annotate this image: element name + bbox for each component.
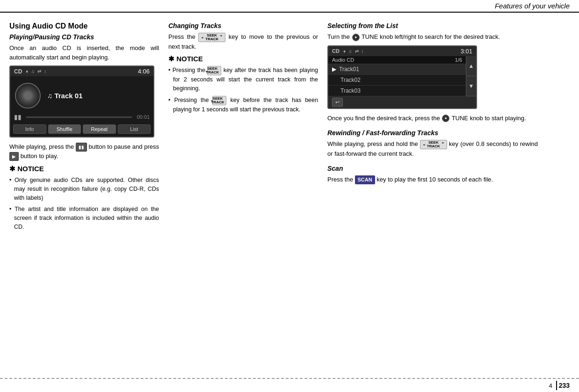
footer-divider (556, 381, 557, 390)
cd-back-button[interactable]: ↩ (332, 98, 343, 107)
left-notice-item-2: The artist and title information are dis… (9, 205, 159, 231)
left-para1: Once an audio CD is inserted, the mode w… (9, 44, 159, 62)
footer-page: 233 (559, 382, 570, 389)
cd-label: CD (14, 68, 22, 75)
track2-label: Track02 (340, 77, 361, 83)
seek-track-btn-2[interactable]: ⌄ SEEK TRACK (207, 66, 221, 75)
cd-antenna2-icon: ↕ (362, 49, 364, 54)
para2-text-c: button to play. (21, 152, 58, 160)
seek-track-btn-3[interactable]: ⌄ SEEK TRACK (212, 96, 226, 105)
cd-screen-header: CD ♦ ♫ ⇄ ↕ 3:01 (328, 46, 476, 56)
cd-icons: ♦ ♫ ⇄ ↕ (26, 69, 46, 74)
changing-tracks-para: Press the ⌄ SEEK TRACK ⌃ key to move to … (168, 32, 318, 51)
cd-scroll-buttons: ▲ ▼ (466, 56, 476, 96)
sub-section-title: Playing/Pausing CD Tracks (9, 33, 159, 41)
para2-text-a: While playing, press the (9, 143, 74, 150)
main-section-title: Using Audio CD Mode (9, 22, 159, 30)
mid-notice-list: Pressing the ⌄ SEEK TRACK key after the … (168, 66, 318, 114)
cd-list-btn[interactable]: List (118, 124, 151, 134)
left-notice-title: NOTICE (17, 165, 44, 173)
cd-bt-icon: ♦ (343, 49, 346, 54)
left-notice-header: ✱ NOTICE (9, 165, 159, 173)
main-content: Using Audio CD Mode Playing/Pausing CD T… (0, 13, 579, 372)
cd-signal2-icon: ⇄ (355, 49, 359, 54)
seek-track-btn-1[interactable]: ⌄ SEEK TRACK ⌃ (198, 33, 225, 42)
track1-label: Track01 (339, 66, 359, 73)
music-icon: ♫ (31, 69, 35, 74)
cd-screen-time: 3:01 (461, 48, 472, 55)
music-note-icon: ♫ (47, 92, 54, 100)
cd-player-controls: ▮▮ 00:01 (10, 112, 153, 123)
scan-para: Press the SCAN key to play the first 10 … (327, 175, 538, 184)
mid-notice-item-1: Pressing the ⌄ SEEK TRACK key after the … (168, 66, 318, 93)
track-item-3[interactable]: Track03 (328, 86, 466, 96)
cd-disc-center (25, 93, 31, 99)
pause-button-inline[interactable]: ▮▮ (76, 143, 87, 152)
cd-player-header: CD ♦ ♫ ⇄ ↕ 4:06 (10, 66, 153, 76)
left-notice-asterisk: ✱ (9, 165, 17, 173)
cd-disc (15, 83, 41, 109)
cd-screen-wrapper: Audio CD 1/6 ▶ Track01 Track02 Track03 (328, 56, 476, 96)
cd-screen-title-bar: Audio CD 1/6 (328, 56, 466, 64)
selecting-title: Selecting from the List (327, 22, 538, 29)
cd-progress-bar (26, 116, 132, 118)
track-item-2[interactable]: Track02 (328, 75, 466, 86)
para2-text-b: button to pause and press (88, 143, 159, 150)
rewind-title: Rewinding / Fast-forwarding Tracks (327, 129, 538, 137)
rewind-right-arrow: ⌃ (441, 142, 445, 147)
cd-screen-label: CD (332, 48, 340, 54)
mid-notice-header: ✱ NOTICE (168, 55, 318, 63)
play-button-inline[interactable]: ▶ (9, 152, 19, 161)
scroll-up-btn[interactable]: ▲ (466, 56, 476, 76)
scan-button[interactable]: SCAN (355, 175, 375, 184)
seek-left-arrow: ⌄ (201, 35, 204, 40)
mid-notice-title: NOTICE (176, 55, 203, 63)
tune-knob2-icon: ● (442, 115, 449, 122)
footer-chapter: 4 (549, 382, 552, 389)
cd-info-btn[interactable]: Info (13, 124, 46, 134)
cd-shuffle-btn[interactable]: Shuffle (48, 124, 81, 134)
changing-tracks-title: Changing Tracks (168, 22, 318, 29)
cd-screen-tracks: Audio CD 1/6 ▶ Track01 Track02 Track03 (328, 56, 466, 96)
cd-track-info: ♫ Track 01 (47, 92, 82, 100)
selecting-para2: Once you find the desired track, press t… (327, 114, 538, 123)
cd-track-name: Track 01 (54, 92, 82, 100)
right-column: Selecting from the List Turn the ● TUNE … (327, 22, 543, 367)
selecting-para: Turn the ● TUNE knob left/right to searc… (327, 32, 538, 42)
seek-track-btn-rewind[interactable]: ⌄ SEEK TRACK ⌃ (420, 140, 447, 149)
scroll-down-btn[interactable]: ▼ (466, 76, 476, 96)
left-para2: While playing, press the ▮▮ button to pa… (9, 142, 159, 161)
header-title: Features of your vehicle (495, 2, 570, 10)
mid-notice-asterisk: ✱ (168, 55, 176, 63)
cd-repeat-btn[interactable]: Repeat (83, 124, 116, 134)
cd-player-body: ♫ Track 01 (10, 76, 153, 112)
tune-knob-icon: ● (352, 34, 360, 41)
left-column: Using Audio CD Mode Playing/Pausing CD T… (9, 22, 168, 367)
scan-title: Scan (327, 165, 538, 172)
signal-icon: ⇄ (37, 69, 41, 74)
left-notice-list: Only genuine audio CDs are supported. Ot… (9, 176, 159, 232)
track-item-1[interactable]: ▶ Track01 (328, 64, 466, 75)
cd-bottom-buttons: Info Shuffle Repeat List (10, 123, 153, 137)
seek-right-arrow: ⌃ (219, 35, 223, 40)
cd-screen-bottom: ↩ (328, 96, 476, 108)
page-header: Features of your vehicle (0, 0, 579, 13)
left-notice-item-1: Only genuine audio CDs are supported. Ot… (9, 176, 159, 202)
track1-play-icon: ▶ (332, 66, 336, 73)
cd-music2-icon: ♫ (348, 49, 352, 54)
cd-audio-label: Audio CD (332, 57, 354, 63)
cd-elapsed-time: 00:01 (137, 114, 150, 120)
pause-icon[interactable]: ▮▮ (14, 113, 22, 121)
antenna-icon: ↕ (44, 69, 46, 74)
track3-label: Track03 (340, 87, 361, 94)
cd-screen-display: CD ♦ ♫ ⇄ ↕ 3:01 Audio CD 1/6 (327, 45, 477, 109)
rewind-left-arrow: ⌄ (422, 142, 426, 147)
cd-player-display: CD ♦ ♫ ⇄ ↕ 4:06 ♫ Track 01 (9, 65, 154, 138)
cd-track-count: 1/6 (455, 57, 462, 63)
cd-time: 4:06 (138, 68, 150, 75)
mid-notice-item-2: Pressing the ⌄ SEEK TRACK key before the… (168, 96, 318, 114)
rewind-para: While playing, press and hold the ⌄ SEEK… (327, 139, 538, 158)
middle-column: Changing Tracks Press the ⌄ SEEK TRACK ⌃… (168, 22, 327, 367)
page-footer: 4 233 (0, 378, 579, 392)
bluetooth-icon: ♦ (26, 69, 28, 74)
